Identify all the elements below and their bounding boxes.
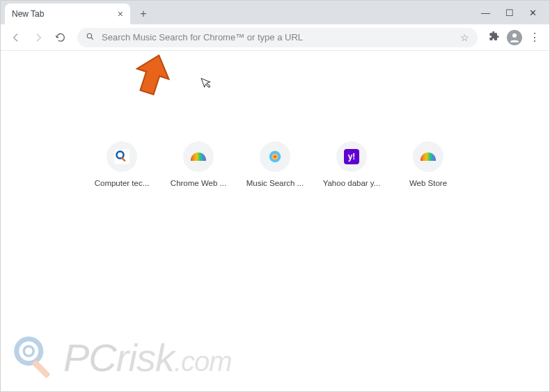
mouse-cursor-icon: [201, 75, 214, 92]
minimize-button[interactable]: —: [481, 8, 490, 18]
close-tab-icon[interactable]: ×: [118, 8, 123, 19]
watermark-text: .com: [174, 346, 232, 377]
toolbar: Search Music Search for Chrome™ or type …: [1, 24, 549, 51]
browser-tab[interactable]: New Tab ×: [5, 3, 130, 24]
shortcut-icon: y!: [336, 141, 367, 172]
shortcut-icon: [183, 141, 214, 172]
titlebar: New Tab × + — ☐ ✕: [1, 1, 549, 24]
bookmark-star-icon[interactable]: ☆: [460, 32, 469, 43]
profile-avatar[interactable]: [507, 30, 522, 45]
new-tab-page: Computer tec... Chrome Web ... Music Sea…: [1, 51, 549, 391]
shortcut-icon: [107, 141, 137, 172]
tab-title: New Tab: [12, 9, 44, 19]
shortcut-label: Music Search ...: [246, 179, 304, 187]
annotation-arrow-icon: [132, 53, 173, 97]
address-bar-placeholder: Search Music Search for Chrome™ or type …: [102, 32, 453, 42]
toolbar-right: ⋮: [485, 30, 544, 45]
reload-icon: [55, 32, 66, 43]
reload-button[interactable]: [51, 28, 70, 47]
forward-button[interactable]: [29, 28, 48, 47]
svg-point-8: [17, 339, 41, 363]
watermark-icon: [10, 333, 59, 382]
watermark-text: P: [63, 336, 88, 379]
shortcut-music-search[interactable]: Music Search ...: [246, 141, 304, 187]
svg-point-9: [24, 346, 33, 356]
shortcut-icon: [413, 141, 443, 172]
shortcut-chrome-web[interactable]: Chrome Web ...: [169, 141, 228, 187]
svg-rect-4: [121, 157, 125, 162]
address-bar[interactable]: Search Music Search for Chrome™ or type …: [77, 28, 478, 47]
window-controls: — ☐ ✕: [481, 1, 549, 24]
shortcut-icon: [260, 141, 290, 172]
arrow-right-icon: [33, 32, 44, 43]
maximize-button[interactable]: ☐: [505, 8, 514, 18]
shortcut-label: Chrome Web ...: [171, 179, 226, 187]
svg-point-7: [274, 155, 276, 158]
watermark-text: C: [88, 336, 116, 379]
close-window-button[interactable]: ✕: [529, 8, 537, 18]
back-button[interactable]: [6, 28, 26, 47]
shortcut-computer-tech[interactable]: Computer tec...: [93, 141, 151, 187]
svg-point-0: [87, 33, 92, 38]
shortcut-yahoo[interactable]: y! Yahoo dabar y...: [322, 141, 381, 187]
svg-rect-10: [32, 360, 51, 379]
svg-point-2: [512, 33, 517, 38]
arrow-left-icon: [10, 32, 22, 43]
shortcuts-row: Computer tec... Chrome Web ... Music Sea…: [93, 141, 457, 187]
shortcut-label: Yahoo dabar y...: [323, 179, 381, 187]
shortcut-label: Web Store: [409, 179, 447, 187]
svg-line-1: [91, 38, 93, 40]
menu-button[interactable]: ⋮: [529, 31, 540, 44]
watermark-text: risk: [116, 336, 174, 379]
shortcut-label: Computer tec...: [95, 179, 150, 187]
shortcut-web-store[interactable]: Web Store: [399, 141, 457, 187]
new-tab-button[interactable]: +: [134, 5, 152, 23]
extensions-icon[interactable]: [489, 31, 500, 45]
person-icon: [508, 31, 521, 44]
search-icon: [86, 32, 95, 43]
watermark: PCrisk.com: [10, 333, 232, 382]
